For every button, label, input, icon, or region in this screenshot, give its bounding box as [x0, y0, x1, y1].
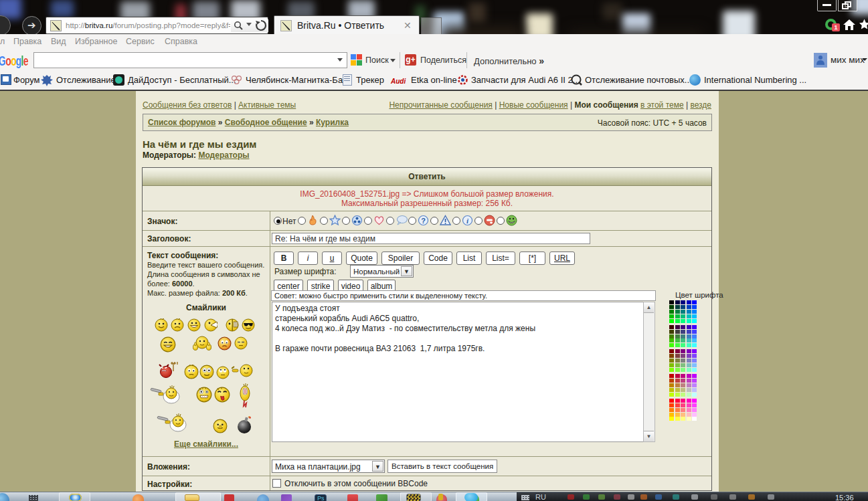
svg-text:?: ?: [421, 217, 426, 225]
